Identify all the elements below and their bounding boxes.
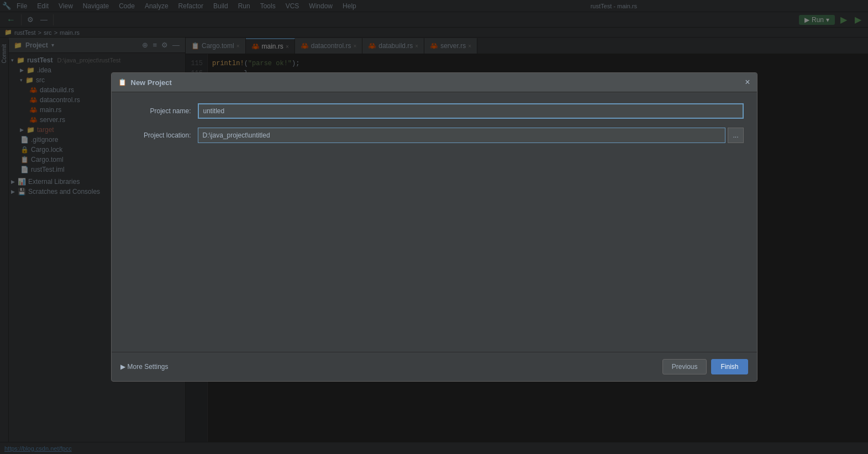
browse-button[interactable]: ...: [728, 128, 743, 143]
new-project-dialog: 📋 New Project × Project name: Project lo…: [111, 72, 757, 382]
modal-body: Project name: Project location: ...: [112, 92, 757, 257]
project-location-input[interactable]: [198, 128, 726, 143]
modal-title-bar: 📋 New Project ×: [112, 73, 757, 92]
modal-close-button[interactable]: ×: [745, 77, 750, 87]
modal-footer: ▶ More Settings Previous Finish: [112, 352, 757, 381]
project-name-row: Project name:: [125, 103, 744, 119]
previous-button[interactable]: Previous: [662, 359, 707, 374]
more-settings-toggle[interactable]: ▶ More Settings: [120, 363, 169, 371]
project-location-input-row: ...: [198, 128, 744, 143]
modal-title: New Project: [131, 78, 172, 87]
project-name-label: Project name:: [125, 107, 191, 115]
project-location-label: Project location:: [125, 131, 191, 139]
modal-spacer: [112, 257, 757, 352]
project-location-row: Project location: ...: [125, 128, 744, 143]
more-settings-arrow-icon: ▶: [120, 363, 125, 371]
project-name-input[interactable]: [198, 103, 744, 119]
finish-button[interactable]: Finish: [711, 359, 748, 374]
modal-title-icon: 📋: [118, 78, 127, 86]
more-settings-label: More Settings: [128, 363, 169, 371]
modal-overlay: 📋 New Project × Project name: Project lo…: [0, 0, 868, 454]
